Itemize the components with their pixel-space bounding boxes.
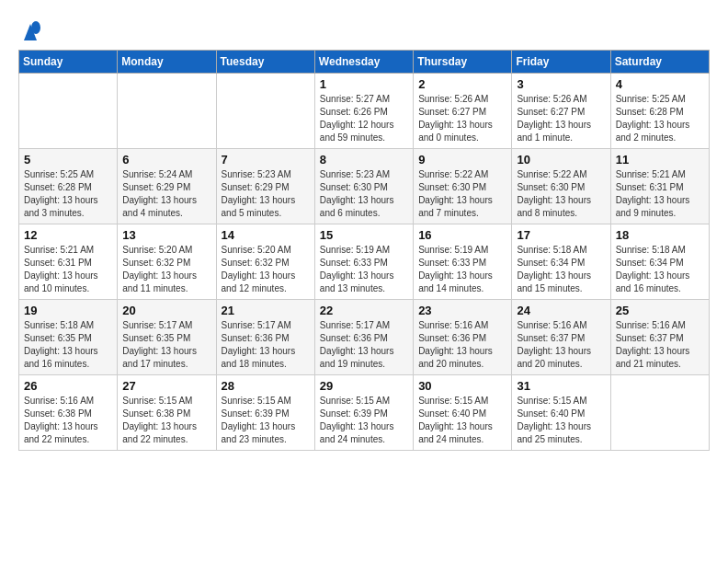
day-info: Sunrise: 5:24 AMSunset: 6:29 PMDaylight:… xyxy=(122,168,210,220)
day-info: Sunrise: 5:16 AMSunset: 6:37 PMDaylight:… xyxy=(517,319,605,371)
weekday-header-cell: Thursday xyxy=(414,51,512,74)
calendar-day-cell: 2Sunrise: 5:26 AMSunset: 6:27 PMDaylight… xyxy=(414,74,512,149)
day-number: 8 xyxy=(320,153,408,167)
calendar-day-cell xyxy=(216,74,314,149)
calendar-day-cell: 18Sunrise: 5:18 AMSunset: 6:34 PMDayligh… xyxy=(610,224,709,300)
day-info: Sunrise: 5:15 AMSunset: 6:39 PMDaylight:… xyxy=(222,395,310,446)
calendar-week-row: 5Sunrise: 5:25 AMSunset: 6:28 PMDaylight… xyxy=(19,149,710,224)
calendar-day-cell: 26Sunrise: 5:16 AMSunset: 6:38 PMDayligh… xyxy=(19,375,118,451)
calendar-day-cell: 25Sunrise: 5:16 AMSunset: 6:37 PMDayligh… xyxy=(610,300,709,375)
calendar-day-cell: 9Sunrise: 5:22 AMSunset: 6:30 PMDaylight… xyxy=(414,149,512,224)
calendar-day-cell: 30Sunrise: 5:15 AMSunset: 6:40 PMDayligh… xyxy=(414,375,512,451)
day-number: 4 xyxy=(616,77,704,91)
day-info: Sunrise: 5:25 AMSunset: 6:28 PMDaylight:… xyxy=(24,168,112,220)
calendar-day-cell: 13Sunrise: 5:20 AMSunset: 6:32 PMDayligh… xyxy=(118,224,216,300)
day-number: 27 xyxy=(122,379,210,393)
calendar-day-cell: 7Sunrise: 5:23 AMSunset: 6:29 PMDaylight… xyxy=(216,149,314,224)
weekday-header-row: SundayMondayTuesdayWednesdayThursdayFrid… xyxy=(19,51,710,74)
day-number: 10 xyxy=(517,153,605,167)
calendar-day-cell: 3Sunrise: 5:26 AMSunset: 6:27 PMDaylight… xyxy=(512,74,610,149)
day-number: 5 xyxy=(24,153,112,167)
weekday-header-cell: Monday xyxy=(118,51,216,74)
day-number: 23 xyxy=(418,304,506,317)
calendar-day-cell: 20Sunrise: 5:17 AMSunset: 6:35 PMDayligh… xyxy=(118,300,216,375)
calendar-day-cell: 10Sunrise: 5:22 AMSunset: 6:30 PMDayligh… xyxy=(512,149,610,224)
day-info: Sunrise: 5:27 AMSunset: 6:26 PMDaylight:… xyxy=(320,93,408,144)
calendar-day-cell: 27Sunrise: 5:15 AMSunset: 6:38 PMDayligh… xyxy=(118,375,216,451)
calendar-day-cell: 24Sunrise: 5:16 AMSunset: 6:37 PMDayligh… xyxy=(512,300,610,375)
weekday-header-cell: Tuesday xyxy=(216,51,314,74)
calendar-day-cell xyxy=(19,74,118,149)
weekday-header-cell: Saturday xyxy=(610,51,709,74)
calendar-day-cell: 12Sunrise: 5:21 AMSunset: 6:31 PMDayligh… xyxy=(19,224,118,300)
day-number: 25 xyxy=(616,304,704,317)
calendar-body: 1Sunrise: 5:27 AMSunset: 6:26 PMDaylight… xyxy=(19,74,710,451)
day-info: Sunrise: 5:19 AMSunset: 6:33 PMDaylight:… xyxy=(418,244,506,295)
day-number: 19 xyxy=(24,304,112,317)
calendar-day-cell: 23Sunrise: 5:16 AMSunset: 6:36 PMDayligh… xyxy=(414,300,512,375)
day-number: 9 xyxy=(418,153,506,167)
day-number: 28 xyxy=(222,379,310,393)
calendar-day-cell: 1Sunrise: 5:27 AMSunset: 6:26 PMDaylight… xyxy=(314,74,413,149)
svg-point-1 xyxy=(31,21,40,34)
day-number: 24 xyxy=(517,304,605,317)
calendar-day-cell: 22Sunrise: 5:17 AMSunset: 6:36 PMDayligh… xyxy=(314,300,413,375)
day-info: Sunrise: 5:15 AMSunset: 6:40 PMDaylight:… xyxy=(517,395,605,446)
day-number: 1 xyxy=(320,77,408,91)
weekday-header-cell: Friday xyxy=(512,51,610,74)
day-info: Sunrise: 5:20 AMSunset: 6:32 PMDaylight:… xyxy=(122,244,210,295)
calendar-day-cell: 28Sunrise: 5:15 AMSunset: 6:39 PMDayligh… xyxy=(216,375,314,451)
day-info: Sunrise: 5:18 AMSunset: 6:35 PMDaylight:… xyxy=(24,319,112,371)
day-number: 7 xyxy=(222,153,310,167)
day-info: Sunrise: 5:22 AMSunset: 6:30 PMDaylight:… xyxy=(517,168,605,220)
day-number: 22 xyxy=(320,304,408,317)
calendar-day-cell: 17Sunrise: 5:18 AMSunset: 6:34 PMDayligh… xyxy=(512,224,610,300)
calendar-day-cell: 15Sunrise: 5:19 AMSunset: 6:33 PMDayligh… xyxy=(314,224,413,300)
day-number: 16 xyxy=(418,228,506,242)
calendar-day-cell: 8Sunrise: 5:23 AMSunset: 6:30 PMDaylight… xyxy=(314,149,413,224)
day-info: Sunrise: 5:17 AMSunset: 6:35 PMDaylight:… xyxy=(122,319,210,371)
day-info: Sunrise: 5:17 AMSunset: 6:36 PMDaylight:… xyxy=(222,319,310,371)
page: SundayMondayTuesdayWednesdayThursdayFrid… xyxy=(0,0,728,465)
day-info: Sunrise: 5:25 AMSunset: 6:28 PMDaylight:… xyxy=(616,93,704,144)
calendar-day-cell: 31Sunrise: 5:15 AMSunset: 6:40 PMDayligh… xyxy=(512,375,610,451)
logo-icon xyxy=(20,15,40,40)
logo xyxy=(18,15,40,42)
weekday-header-cell: Wednesday xyxy=(314,51,413,74)
calendar-day-cell: 11Sunrise: 5:21 AMSunset: 6:31 PMDayligh… xyxy=(610,149,709,224)
day-info: Sunrise: 5:16 AMSunset: 6:36 PMDaylight:… xyxy=(418,319,506,371)
calendar-week-row: 12Sunrise: 5:21 AMSunset: 6:31 PMDayligh… xyxy=(19,224,710,300)
calendar-week-row: 1Sunrise: 5:27 AMSunset: 6:26 PMDaylight… xyxy=(19,74,710,149)
day-number: 30 xyxy=(418,379,506,393)
day-info: Sunrise: 5:26 AMSunset: 6:27 PMDaylight:… xyxy=(418,93,506,144)
calendar-day-cell: 19Sunrise: 5:18 AMSunset: 6:35 PMDayligh… xyxy=(19,300,118,375)
day-number: 18 xyxy=(616,228,704,242)
day-number: 2 xyxy=(418,77,506,91)
day-number: 6 xyxy=(122,153,210,167)
day-number: 3 xyxy=(517,77,605,91)
calendar-day-cell: 16Sunrise: 5:19 AMSunset: 6:33 PMDayligh… xyxy=(414,224,512,300)
day-info: Sunrise: 5:15 AMSunset: 6:40 PMDaylight:… xyxy=(418,395,506,446)
day-number: 13 xyxy=(122,228,210,242)
day-number: 17 xyxy=(517,228,605,242)
day-info: Sunrise: 5:19 AMSunset: 6:33 PMDaylight:… xyxy=(320,244,408,295)
day-info: Sunrise: 5:15 AMSunset: 6:38 PMDaylight:… xyxy=(122,395,210,446)
day-info: Sunrise: 5:17 AMSunset: 6:36 PMDaylight:… xyxy=(320,319,408,371)
calendar-day-cell: 29Sunrise: 5:15 AMSunset: 6:39 PMDayligh… xyxy=(314,375,413,451)
day-info: Sunrise: 5:23 AMSunset: 6:30 PMDaylight:… xyxy=(320,168,408,220)
day-number: 20 xyxy=(122,304,210,317)
day-info: Sunrise: 5:20 AMSunset: 6:32 PMDaylight:… xyxy=(222,244,310,295)
day-number: 31 xyxy=(517,379,605,393)
day-info: Sunrise: 5:18 AMSunset: 6:34 PMDaylight:… xyxy=(517,244,605,295)
day-number: 14 xyxy=(222,228,310,242)
calendar-week-row: 19Sunrise: 5:18 AMSunset: 6:35 PMDayligh… xyxy=(19,300,710,375)
calendar-day-cell xyxy=(118,74,216,149)
day-info: Sunrise: 5:18 AMSunset: 6:34 PMDaylight:… xyxy=(616,244,704,295)
day-number: 11 xyxy=(616,153,704,167)
day-info: Sunrise: 5:15 AMSunset: 6:39 PMDaylight:… xyxy=(320,395,408,446)
day-number: 29 xyxy=(320,379,408,393)
day-info: Sunrise: 5:16 AMSunset: 6:37 PMDaylight:… xyxy=(616,319,704,371)
calendar-day-cell: 14Sunrise: 5:20 AMSunset: 6:32 PMDayligh… xyxy=(216,224,314,300)
header xyxy=(18,15,710,42)
calendar-table: SundayMondayTuesdayWednesdayThursdayFrid… xyxy=(18,50,710,451)
